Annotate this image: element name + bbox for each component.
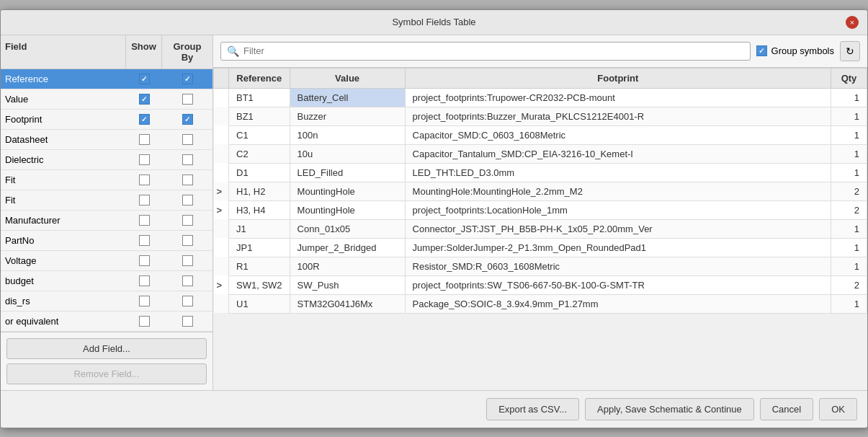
apply-save-button[interactable]: Apply, Save Schematic & Continue [585, 398, 754, 420]
group-by-checkbox[interactable] [162, 91, 212, 107]
show-checkbox[interactable] [126, 91, 162, 107]
show-checkbox[interactable] [126, 212, 162, 229]
footprint-cell: project_footprints:Trupower-CR2032-PCB-m… [405, 88, 831, 107]
right-panel: 🔍 Group symbols ↻ Reference Value [213, 35, 867, 390]
group-by-checkbox[interactable] [162, 172, 212, 188]
group-by-checkbox[interactable] [162, 252, 212, 269]
group-by-checkbox[interactable] [162, 151, 212, 168]
qty-cell: 1 [831, 219, 867, 238]
field-name: dis_rs [1, 293, 126, 309]
field-row[interactable]: dis_rs [1, 291, 212, 312]
search-box: 🔍 [220, 42, 751, 61]
group-symbols-checkbox[interactable] [756, 45, 767, 56]
table-row[interactable]: >H1, H2MountingHoleMountingHole:Mounting… [214, 182, 867, 200]
left-panel-buttons: Add Field... Remove Field... [1, 332, 212, 390]
table-row[interactable]: BT1Battery_Cellproject_footprints:Trupow… [214, 88, 867, 107]
show-checkbox[interactable] [126, 131, 162, 148]
expand-cell[interactable]: > [214, 275, 229, 294]
group-by-checkbox[interactable] [162, 273, 212, 289]
table-header: Reference Value Footprint Qty [214, 68, 867, 88]
group-by-checkbox[interactable] [162, 131, 212, 148]
table-row[interactable]: R1100RResistor_SMD:R_0603_1608Metric1 [214, 257, 867, 275]
footprint-cell: project_footprints:Buzzer_Murata_PKLCS12… [405, 107, 831, 125]
header-row: Reference Value Footprint Qty [214, 68, 867, 88]
data-table: Reference Value Footprint Qty BT1Battery… [213, 68, 867, 314]
group-by-checkbox[interactable] [162, 313, 212, 330]
field-row[interactable]: Value [1, 89, 212, 110]
expand-cell[interactable]: > [214, 182, 229, 200]
remove-field-button[interactable]: Remove Field... [6, 363, 207, 384]
field-row[interactable]: Reference [1, 69, 212, 89]
dialog-title: Symbol Fields Table [22, 17, 846, 27]
group-symbols-area: Group symbols [756, 45, 834, 56]
field-row[interactable]: Dielectric [1, 150, 212, 170]
field-row[interactable]: Voltage [1, 251, 212, 271]
show-checkbox[interactable] [126, 293, 162, 309]
show-checkbox[interactable] [126, 192, 162, 208]
expand-cell [214, 238, 229, 257]
expand-cell[interactable]: > [214, 200, 229, 219]
table-row[interactable]: BZ1Buzzerproject_footprints:Buzzer_Murat… [214, 107, 867, 125]
qty-cell: 1 [831, 125, 867, 144]
show-checkbox[interactable] [126, 273, 162, 289]
qty-col-header: Qty [831, 68, 867, 88]
group-by-col-header: Group By [162, 35, 212, 69]
show-checkbox[interactable] [126, 111, 162, 128]
field-row[interactable]: budget [1, 271, 212, 291]
table-row[interactable]: C210uCapacitor_Tantalum_SMD:CP_EIA-3216-… [214, 144, 867, 163]
group-by-checkbox[interactable] [162, 293, 212, 309]
cancel-button[interactable]: Cancel [760, 398, 813, 420]
table-row[interactable]: JP1Jumper_2_BridgedJumper:SolderJumper-2… [214, 238, 867, 257]
show-checkbox[interactable] [126, 313, 162, 330]
field-row[interactable]: Fit [1, 190, 212, 211]
export-csv-button[interactable]: Export as CSV... [486, 398, 579, 420]
close-button[interactable]: × [846, 16, 859, 29]
value-cell: SW_Push [290, 275, 405, 294]
value-cell: 100n [290, 125, 405, 144]
qty-cell: 2 [831, 200, 867, 219]
group-by-checkbox[interactable] [162, 192, 212, 208]
group-by-checkbox[interactable] [162, 71, 212, 87]
footprint-cell: LED_THT:LED_D3.0mm [405, 163, 831, 182]
table-row[interactable]: U1STM32G041J6MxPackage_SO:SOIC-8_3.9x4.9… [214, 294, 867, 313]
footprint-cell: MountingHole:MountingHole_2.2mm_M2 [405, 182, 831, 200]
value-cell: Battery_Cell [290, 88, 405, 107]
reference-cell: R1 [229, 257, 290, 275]
group-by-checkbox[interactable] [162, 111, 212, 128]
expand-cell [214, 219, 229, 238]
ok-button[interactable]: OK [819, 398, 857, 420]
search-icon: 🔍 [227, 45, 239, 57]
show-checkbox[interactable] [126, 151, 162, 168]
field-name: Fit [1, 192, 126, 208]
expand-cell [214, 125, 229, 144]
table-row[interactable]: J1Conn_01x05Connector_JST:JST_PH_B5B-PH-… [214, 219, 867, 238]
show-checkbox[interactable] [126, 172, 162, 188]
qty-cell: 1 [831, 163, 867, 182]
value-cell: LED_Filled [290, 163, 405, 182]
field-col-header: Field [1, 35, 126, 69]
add-field-button[interactable]: Add Field... [6, 338, 207, 359]
table-row[interactable]: >H3, H4MountingHoleproject_footprints:Lo… [214, 200, 867, 219]
table-body: BT1Battery_Cellproject_footprints:Trupow… [214, 88, 867, 313]
search-input[interactable] [243, 45, 744, 56]
field-name: Dielectric [1, 151, 126, 168]
fields-table: Field Show Group By ReferenceValueFootpr… [1, 35, 212, 332]
qty-cell: 1 [831, 107, 867, 125]
show-checkbox[interactable] [126, 232, 162, 249]
group-by-checkbox[interactable] [162, 212, 212, 229]
table-row[interactable]: D1LED_FilledLED_THT:LED_D3.0mm1 [214, 163, 867, 182]
field-row[interactable]: Fit [1, 170, 212, 190]
reference-cell: H3, H4 [229, 200, 290, 219]
show-checkbox[interactable] [126, 252, 162, 269]
field-row[interactable]: Manufacturer [1, 211, 212, 231]
refresh-button[interactable]: ↻ [840, 41, 860, 61]
field-row[interactable]: PartNo [1, 231, 212, 251]
group-by-checkbox[interactable] [162, 232, 212, 249]
table-row[interactable]: >SW1, SW2SW_Pushproject_footprints:SW_TS… [214, 275, 867, 294]
field-row[interactable]: Datasheet [1, 130, 212, 150]
fields-header: Field Show Group By [1, 35, 212, 69]
field-row[interactable]: Footprint [1, 110, 212, 130]
field-row[interactable]: or equivalent [1, 312, 212, 332]
table-row[interactable]: C1100nCapacitor_SMD:C_0603_1608Metric1 [214, 125, 867, 144]
show-checkbox[interactable] [126, 71, 162, 87]
